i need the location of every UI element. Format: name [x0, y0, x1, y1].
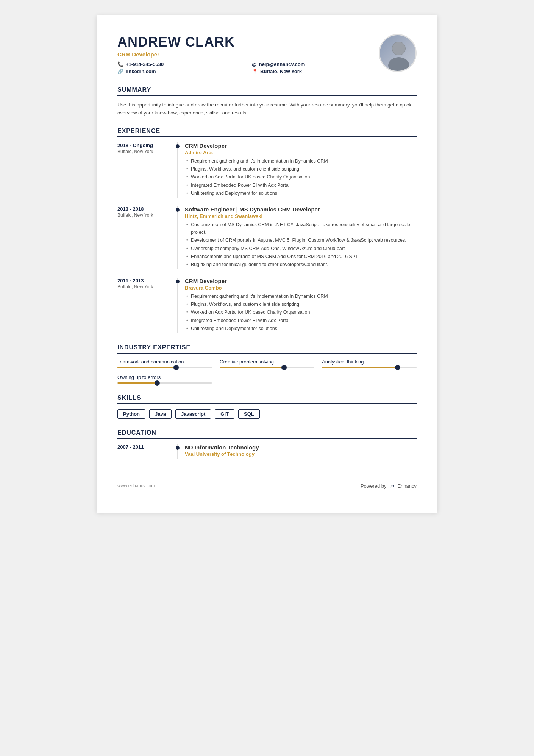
svg-point-1	[388, 57, 409, 71]
candidate-title: CRM Developer	[117, 51, 379, 58]
exp-bullet: Bug fixing and technical guideline to ot…	[185, 261, 417, 268]
slider-track	[220, 367, 314, 368]
linkedin-value: linkedin.com	[126, 69, 156, 74]
expertise-item: Creative problem solving	[220, 359, 314, 368]
exp-bullet: Requirement gathering and it's implement…	[185, 293, 417, 300]
exp-date: 2011 - 2013	[117, 278, 170, 283]
expertise-label: Owning up to errors	[117, 374, 212, 380]
skill-tag: Python	[117, 409, 145, 419]
edu-right: ND Information Technology Vaal Universit…	[185, 444, 417, 459]
expertise-label: Creative problem solving	[220, 359, 314, 365]
exp-bullet: Plugins, Workflows, and custom client si…	[185, 301, 417, 308]
resume-page: ANDREW CLARK CRM Developer 📞 +1-914-345-…	[97, 15, 437, 513]
email-value: help@enhancv.com	[259, 61, 305, 67]
exp-dot	[176, 144, 180, 148]
powered-by-label: Powered by	[361, 483, 387, 489]
location-value: Buffalo, New York	[260, 69, 302, 74]
experience-item: 2013 - 2018 Buffalo, New York Software E…	[117, 206, 417, 269]
phone-icon: 📞	[117, 61, 123, 67]
exp-left: 2013 - 2018 Buffalo, New York	[117, 206, 170, 269]
exp-bullets: Requirement gathering and it's implement…	[185, 293, 417, 333]
exp-date: 2018 - Ongoing	[117, 142, 170, 148]
exp-bullet: Development of CRM portals in Asp.net MV…	[185, 237, 417, 244]
exp-divider	[177, 142, 178, 198]
footer-url: www.enhancv.com	[117, 483, 155, 488]
slider-fill	[117, 382, 157, 384]
slider-fill	[220, 367, 284, 368]
exp-bullet: Unit testing and Deployment for solution…	[185, 325, 417, 332]
skill-tag: SQL	[238, 409, 260, 419]
slider-fill	[117, 367, 176, 368]
exp-right: Software Engineer | MS Dynamics CRM Deve…	[185, 206, 417, 269]
slider-thumb	[281, 365, 287, 370]
exp-company: Bravura Combo	[185, 285, 417, 291]
exp-role: CRM Developer	[185, 142, 417, 149]
avatar	[379, 34, 417, 72]
phone-value: +1-914-345-5530	[126, 61, 164, 67]
exp-dot	[176, 280, 180, 283]
linkedin-item: 🔗 linkedin.com	[117, 69, 244, 74]
exp-divider	[177, 206, 178, 269]
avatar-image	[380, 35, 415, 71]
experience-list: 2018 - Ongoing Buffalo, New York CRM Dev…	[117, 142, 417, 333]
expertise-label: Teamwork and communication	[117, 359, 212, 365]
location-icon: 📍	[252, 69, 258, 74]
edu-institution: Vaal University of Technology	[185, 451, 417, 457]
expertise-label: Analystical thinking	[322, 359, 417, 365]
exp-role: Software Engineer | MS Dynamics CRM Deve…	[185, 206, 417, 213]
header-left: ANDREW CLARK CRM Developer 📞 +1-914-345-…	[117, 34, 379, 74]
email-icon: @	[252, 61, 257, 67]
slider-fill	[322, 367, 398, 368]
expertise-row-1: Teamwork and communication Creative prob…	[117, 359, 417, 368]
header: ANDREW CLARK CRM Developer 📞 +1-914-345-…	[117, 34, 417, 74]
summary-text: Use this opportunity to intrigue and dra…	[117, 101, 417, 117]
exp-bullet: Unit testing and Deployment for solution…	[185, 190, 417, 197]
exp-location: Buffalo, New York	[117, 213, 170, 218]
candidate-name: ANDREW CLARK	[117, 34, 379, 50]
exp-bullet: Requirement gathering and it's implement…	[185, 158, 417, 165]
summary-title: SUMMARY	[117, 86, 417, 96]
edu-dot	[176, 446, 180, 450]
exp-bullet: Enhancements and upgrade of MS CRM Add-O…	[185, 253, 417, 260]
exp-bullet: Integrated Embedded Power BI with Adx Po…	[185, 182, 417, 189]
education-list: 2007 - 2011 ND Information Technology Va…	[117, 444, 417, 459]
email-item: @ help@enhancv.com	[252, 61, 379, 67]
exp-bullet: Ownership of company MS CRM Add-Ons, Win…	[185, 245, 417, 252]
edu-left: 2007 - 2011	[117, 444, 170, 459]
exp-right: CRM Developer Admire Arts Requirement ga…	[185, 142, 417, 198]
exp-company: Admire Arts	[185, 150, 417, 155]
experience-item: 2011 - 2013 Buffalo, New York CRM Develo…	[117, 278, 417, 333]
footer-brand: Powered by ∞ Enhancv	[361, 482, 417, 490]
skills-title: SKILLS	[117, 394, 417, 404]
skills-section: SKILLS PythonJavaJavascriptGITSQL	[117, 394, 417, 419]
education-title: EDUCATION	[117, 429, 417, 439]
exp-location: Buffalo, New York	[117, 149, 170, 154]
brand-name: Enhancv	[397, 483, 417, 489]
expertise-item: Analystical thinking	[322, 359, 417, 368]
summary-section: SUMMARY Use this opportunity to intrigue…	[117, 86, 417, 117]
exp-date: 2013 - 2018	[117, 206, 170, 212]
experience-title: EXPERIENCE	[117, 128, 417, 137]
experience-item: 2018 - Ongoing Buffalo, New York CRM Dev…	[117, 142, 417, 198]
expertise-section: INDUSTRY EXPERTISE Teamwork and communic…	[117, 344, 417, 384]
edu-date: 2007 - 2011	[117, 444, 170, 450]
exp-company: Hintz, Emmerich and Swaniawski	[185, 213, 417, 219]
exp-bullets: Customization of MS Dynamics CRM in .NET…	[185, 221, 417, 268]
exp-bullet: Plugins, Workflows, and custom client si…	[185, 166, 417, 173]
footer: www.enhancv.com Powered by ∞ Enhancv	[117, 482, 417, 490]
edu-divider	[177, 444, 178, 459]
slider-track	[117, 382, 212, 384]
skill-tag: GIT	[215, 409, 234, 419]
education-section: EDUCATION 2007 - 2011 ND Information Tec…	[117, 429, 417, 459]
education-item: 2007 - 2011 ND Information Technology Va…	[117, 444, 417, 459]
exp-left: 2011 - 2013 Buffalo, New York	[117, 278, 170, 333]
exp-bullets: Requirement gathering and it's implement…	[185, 158, 417, 197]
skill-tag: Javascript	[175, 409, 211, 419]
exp-right: CRM Developer Bravura Combo Requirement …	[185, 278, 417, 333]
experience-section: EXPERIENCE 2018 - Ongoing Buffalo, New Y…	[117, 128, 417, 333]
edu-degree: ND Information Technology	[185, 444, 417, 451]
exp-bullet: Worked on Adx Portal for UK based Charit…	[185, 309, 417, 316]
contact-grid: 📞 +1-914-345-5530 @ help@enhancv.com 🔗 l…	[117, 61, 379, 74]
expertise-item: Owning up to errors	[117, 374, 212, 384]
exp-bullet: Worked on Adx Portal for UK based Charit…	[185, 174, 417, 181]
